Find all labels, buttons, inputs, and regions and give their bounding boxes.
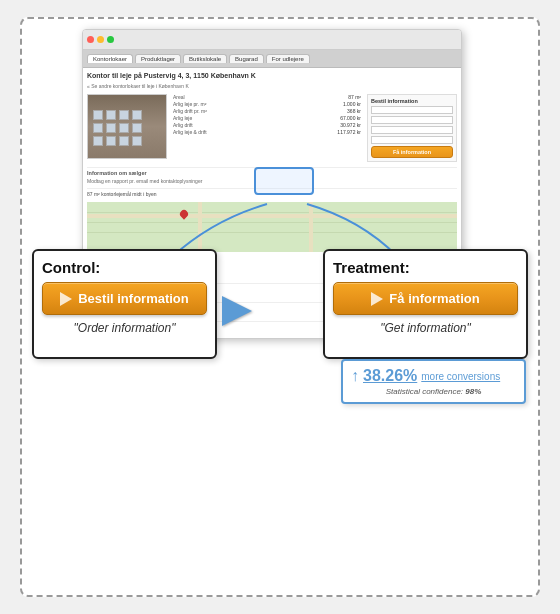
window <box>132 110 142 120</box>
treatment-quote: "Get information" <box>333 321 518 335</box>
info-sidebar: Bestil information Få information <box>367 94 457 162</box>
treatment-box: Treatment: Få information "Get informati… <box>323 249 528 359</box>
building-facade <box>88 95 166 158</box>
building-windows <box>93 110 142 146</box>
middle-arrow <box>217 296 257 326</box>
tab-produktlager[interactable]: Produktlager <box>135 54 181 63</box>
confidence-value: 98% <box>465 387 481 396</box>
control-quote: "Order information" <box>42 321 207 335</box>
map-line <box>87 212 457 213</box>
property-image <box>87 94 167 159</box>
control-label: Control: <box>42 259 207 276</box>
treatment-button-text: Få information <box>389 291 479 306</box>
stats-more-conversions: more conversions <box>421 371 500 382</box>
sidebar-title: Bestil information <box>371 98 453 104</box>
browser-tabs: Kontorlokaer Produktlager Butikslokale B… <box>83 50 461 68</box>
map-road <box>198 202 202 252</box>
window <box>93 110 103 120</box>
window <box>119 110 129 120</box>
field-navn[interactable] <box>371 106 453 114</box>
browser-dot-max <box>107 36 114 43</box>
content-row: Areal 87 m² Arlig leje pr. m² 1.000 kr A… <box>87 94 457 162</box>
stats-confidence: Statistical confidence: 98% <box>351 387 516 396</box>
window <box>119 136 129 146</box>
tab-butikslokale[interactable]: Butikslokale <box>183 54 227 63</box>
browser-dot-close <box>87 36 94 43</box>
tab-bugarad[interactable]: Bugarad <box>229 54 264 63</box>
browser-dot-min <box>97 36 104 43</box>
browser-nav <box>83 30 461 50</box>
detail-drift-m2: Arlig drift pr. m² 368 kr <box>173 108 361 114</box>
tab-kontorlokaer[interactable]: Kontorlokaer <box>87 54 133 63</box>
window <box>93 123 103 133</box>
window <box>106 110 116 120</box>
detail-leje: Arlig leje 67.000 kr <box>173 115 361 121</box>
detail-leje-m2: Arlig leje pr. m² 1.000 kr <box>173 101 361 107</box>
detail-total: Arlig leje & drift 117.972 kr <box>173 129 361 135</box>
arrow-right-icon <box>222 296 252 326</box>
main-container: Kontorlokaer Produktlager Butikslokale B… <box>20 17 540 597</box>
window <box>106 136 116 146</box>
window <box>93 136 103 146</box>
control-button[interactable]: Bestil information <box>42 282 207 315</box>
stats-main: ↑ 38.26% more conversions <box>351 367 516 385</box>
tab-forudlejere[interactable]: For udlejere <box>266 54 310 63</box>
treatment-button[interactable]: Få information <box>333 282 518 315</box>
control-button-text: Bestil information <box>78 291 189 306</box>
map-line <box>87 222 457 223</box>
field-telefon[interactable] <box>371 126 453 134</box>
button-arrow-icon <box>60 292 72 306</box>
window <box>132 123 142 133</box>
field-bemerkning[interactable] <box>371 136 453 144</box>
property-details: Areal 87 m² Arlig leje pr. m² 1.000 kr A… <box>173 94 361 162</box>
map-road <box>87 214 457 218</box>
stats-box: ↑ 38.26% more conversions Statistical co… <box>341 359 526 404</box>
window <box>132 136 142 146</box>
field-firma[interactable] <box>371 116 453 124</box>
window <box>106 123 116 133</box>
map-area <box>87 202 457 252</box>
detail-drift: Arlig drift 30.972 kr <box>173 122 361 128</box>
property-page-title: Kontor til leje på Pustervig 4, 3, 1150 … <box>87 72 457 79</box>
sidebar-highlighted-button[interactable]: Få information <box>371 146 453 158</box>
map-line <box>87 232 457 233</box>
highlight-circle <box>254 167 314 195</box>
treatment-label: Treatment: <box>333 259 518 276</box>
property-subtitle: « Se andre kontorlokaer til leje i Køben… <box>87 83 457 89</box>
stats-percent: 38.26% <box>363 367 417 385</box>
window <box>119 123 129 133</box>
map-road <box>309 202 313 252</box>
control-box: Control: Bestil information "Order infor… <box>32 249 217 359</box>
detail-areal: Areal 87 m² <box>173 94 361 100</box>
up-arrow-icon: ↑ <box>351 367 359 385</box>
button-arrow-icon <box>371 292 383 306</box>
